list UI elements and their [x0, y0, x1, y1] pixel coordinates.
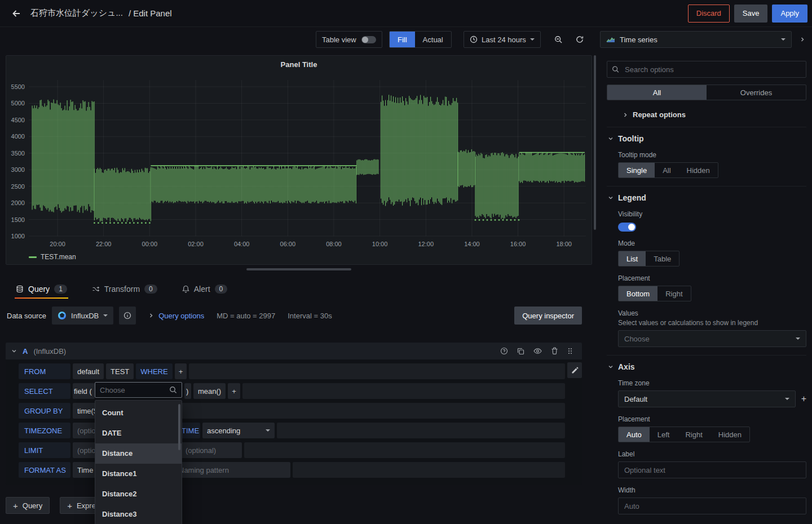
main-scrollbar[interactable]	[594, 55, 596, 230]
legend-mode-table[interactable]: Table	[646, 251, 679, 266]
query-keyword[interactable]: FROM	[19, 363, 70, 379]
collapse-options-button[interactable]	[795, 31, 810, 48]
save-button[interactable]: Save	[734, 5, 768, 23]
legend-mode-list[interactable]: List	[619, 251, 646, 266]
apply-button[interactable]: Apply	[772, 5, 807, 23]
dropdown-option[interactable]: Distance2	[95, 484, 182, 504]
dropdown-scrollbar[interactable]	[178, 404, 180, 450]
query-options-label: Query options	[158, 312, 204, 320]
visualization-picker[interactable]: Time series	[600, 31, 792, 48]
legend-placement-bottom[interactable]: Bottom	[619, 286, 657, 301]
query-keyword[interactable]: GROUP BY	[19, 403, 70, 419]
datasource-name: InfluxDB	[71, 312, 99, 320]
query-segment-select[interactable]: ascending	[202, 423, 275, 438]
dropdown-option[interactable]: Count	[95, 403, 182, 423]
axis-width-field[interactable]	[618, 498, 806, 514]
add-segment-button[interactable]: +	[228, 383, 240, 399]
chart-legend[interactable]: TEST.mean	[29, 253, 76, 261]
chevron-right-icon	[800, 37, 805, 42]
tooltip-section-title: Tooltip	[618, 134, 644, 143]
query-row-header[interactable]: A (InfluxDB)	[6, 343, 582, 359]
refresh-button[interactable]	[571, 31, 589, 48]
query-segment[interactable]: )	[184, 383, 191, 399]
info-circle-icon	[123, 312, 131, 319]
query-segment[interactable]: mean()	[193, 383, 226, 399]
axis-placement-left[interactable]: Left	[650, 427, 678, 442]
query-segment[interactable]: default	[73, 363, 104, 379]
dropdown-option[interactable]: Distance3	[95, 504, 182, 524]
tab-all[interactable]: All	[607, 85, 707, 100]
influxdb-logo-icon	[58, 311, 67, 320]
query-keyword[interactable]: TIMEZONE	[19, 423, 70, 438]
add-query-button[interactable]: + Query	[6, 497, 50, 514]
panel-title[interactable]: Panel Title	[6, 60, 592, 69]
zoom-out-button[interactable]	[549, 31, 567, 48]
duplicate-icon[interactable]	[517, 348, 524, 355]
query-keyword[interactable]: LIMIT	[19, 442, 70, 458]
discard-button[interactable]: Discard	[688, 5, 730, 23]
dashboard-title[interactable]: 石狩市水位計ダッシュ...	[30, 8, 123, 19]
legend-section-header[interactable]: Legend	[607, 193, 806, 202]
query-options-toggle[interactable]: Query options	[148, 312, 204, 320]
svg-text:04:00: 04:00	[234, 241, 250, 247]
tab-alert[interactable]: Alert 0	[181, 279, 228, 299]
dropdown-option[interactable]: DATE	[95, 423, 182, 443]
axis-placement-right[interactable]: Right	[677, 427, 710, 442]
query-inspector-button[interactable]: Query inspector	[514, 307, 582, 325]
fill-button[interactable]: Fill	[390, 32, 415, 47]
trash-icon[interactable]	[551, 347, 558, 355]
actual-button[interactable]: Actual	[415, 32, 451, 47]
add-segment-button[interactable]: +	[175, 363, 187, 379]
page-title: / Edit Panel	[129, 8, 172, 18]
drag-handle-icon[interactable]	[567, 347, 573, 355]
tab-query[interactable]: Query 1	[15, 279, 68, 299]
axis-width-input[interactable]	[623, 501, 801, 511]
tooltip-mode-single[interactable]: Single	[619, 163, 655, 177]
axis-section-header[interactable]: Axis	[607, 362, 806, 371]
arrow-left-icon	[11, 8, 21, 19]
axis-label-field[interactable]	[618, 461, 806, 478]
legend-visibility-toggle[interactable]	[618, 223, 636, 232]
query-editor-card: A (InfluxDB) FROMdefaultTESTWHERE+SELECT…	[6, 343, 582, 485]
query-ref-id: A	[23, 347, 28, 356]
legend-section-title: Legend	[618, 193, 646, 202]
options-search-input[interactable]	[624, 65, 801, 74]
field-select-input[interactable]: Choose	[95, 382, 182, 398]
axis-width-label: Width	[618, 486, 806, 494]
hide-response-eye-icon[interactable]	[533, 348, 542, 354]
query-keyword[interactable]: FORMAT AS	[19, 462, 70, 478]
query-segment-placeholder[interactable]: Naming pattern	[174, 462, 290, 478]
datasource-info-button[interactable]	[119, 307, 136, 325]
table-view-toggle[interactable]	[361, 36, 376, 43]
toggle-text-edit-mode-button[interactable]	[567, 362, 582, 378]
axis-placement-auto[interactable]: Auto	[619, 427, 650, 442]
axis-label-input[interactable]	[623, 465, 801, 475]
tooltip-section-header[interactable]: Tooltip	[607, 134, 806, 143]
query-keyword[interactable]: WHERE	[136, 363, 172, 379]
options-search[interactable]	[607, 61, 806, 78]
back-button[interactable]	[7, 4, 26, 23]
tab-badge: 0	[215, 285, 228, 294]
tooltip-mode-all[interactable]: All	[655, 163, 678, 177]
query-segment-placeholder[interactable]: (optional)	[181, 442, 242, 458]
help-icon[interactable]	[500, 347, 508, 355]
time-range-picker[interactable]: Last 24 hours	[464, 31, 541, 48]
axis-timezone-select[interactable]: Default	[618, 390, 796, 407]
repeat-options-toggle[interactable]: Repeat options	[607, 110, 806, 119]
legend-placement-right[interactable]: Right	[657, 286, 690, 301]
datasource-picker[interactable]: InfluxDB	[52, 307, 113, 325]
dropdown-option[interactable]: Distance	[95, 443, 182, 464]
dropdown-option[interactable]: Distance1	[95, 464, 182, 484]
axis-placement-hidden[interactable]: Hidden	[710, 427, 749, 442]
panel-resize-handle[interactable]	[246, 268, 351, 270]
legend-values-select[interactable]: Choose	[618, 330, 806, 347]
tab-transform[interactable]: Transform 0	[91, 279, 158, 299]
query-segment[interactable]: TEST	[106, 363, 134, 379]
add-timezone-button[interactable]: +	[801, 394, 806, 404]
tab-overrides[interactable]: Overrides	[707, 85, 806, 100]
query-keyword[interactable]: SELECT	[19, 383, 70, 399]
svg-text:3500: 3500	[11, 150, 25, 157]
query-segment[interactable]: field (	[73, 383, 95, 399]
tooltip-mode-hidden[interactable]: Hidden	[679, 163, 718, 177]
table-view-control[interactable]: Table view	[316, 31, 382, 48]
